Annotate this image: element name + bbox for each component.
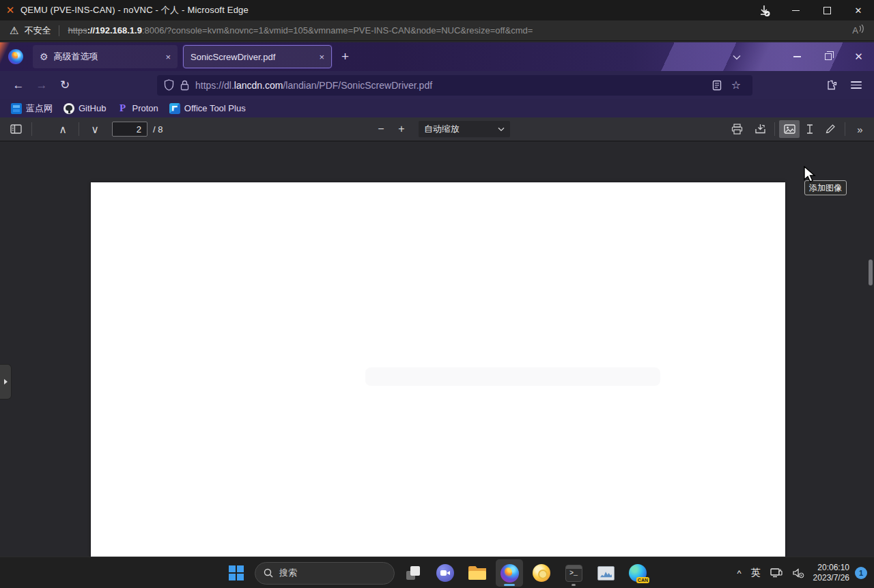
github-icon — [64, 103, 74, 114]
free-text-tool-icon[interactable] — [800, 120, 820, 138]
firefox-tab-bar: ⚙ 高级首选项 × SonicScrewDriver.pdf × + ✕ — [0, 42, 874, 71]
screen: ✕ QEMU (PVE-INS-CAN) - noVNC - 个人 - Micr… — [0, 0, 874, 588]
firefox-taskbar-button[interactable] — [496, 559, 523, 587]
new-tab-button[interactable]: + — [341, 49, 349, 64]
edge-titlebar: ✕ QEMU (PVE-INS-CAN) - noVNC - 个人 - Micr… — [0, 0, 874, 20]
ime-indicator[interactable]: 英 — [746, 567, 765, 579]
forward-button: → — [30, 75, 53, 96]
maximize-button[interactable] — [811, 0, 843, 20]
more-tools-icon[interactable]: » — [849, 120, 870, 138]
zoom-level-select[interactable]: 自动缩放 — [419, 121, 510, 137]
security-label[interactable]: 不安全 — [24, 25, 51, 37]
chevron-down-icon — [498, 127, 505, 132]
url-field[interactable]: https://dl.lancdn.com/landian/PDF/SonicS… — [157, 75, 752, 96]
search-icon — [264, 568, 273, 578]
notification-badge[interactable]: 1 — [855, 567, 867, 579]
edge-canary-icon: CAN — [629, 564, 647, 582]
bookmark-github[interactable]: GitHub — [64, 103, 106, 114]
download-complete-icon[interactable] — [748, 0, 780, 20]
pdf-page[interactable] — [91, 182, 785, 557]
chat-icon — [436, 564, 454, 582]
pdf-toolbar: ∧ ∨ / 8 − + 自动缩放 » — [0, 117, 874, 141]
file-explorer-button[interactable] — [464, 559, 491, 587]
divider — [59, 25, 59, 36]
window-title: QEMU (PVE-INS-CAN) - noVNC - 个人 - Micros… — [20, 4, 249, 16]
windows-taskbar: 搜索 >_ CAN ^ 英 20:06:10 2023/7/26 1 — [0, 557, 874, 588]
firefox-nav-bar: ← → ↻ https://dl.lancdn.com/landian/PDF/… — [0, 71, 874, 99]
draw-pen-tool-icon[interactable] — [820, 120, 841, 138]
print-icon[interactable] — [727, 120, 747, 138]
sidebar-toggle-icon[interactable] — [5, 120, 26, 138]
warning-icon: ⚠ — [10, 25, 18, 37]
bookmark-landian[interactable]: 蓝点网 — [11, 102, 53, 115]
start-button[interactable] — [223, 559, 250, 587]
scrollbar-thumb[interactable] — [869, 260, 873, 285]
tab-sonicscrewdriver-pdf[interactable]: SonicScrewDriver.pdf × — [183, 45, 332, 68]
bookmark-office-tool-plus[interactable]: Office Tool Plus — [169, 103, 246, 114]
search-placeholder: 搜索 — [279, 567, 297, 579]
reload-button[interactable]: ↻ — [53, 75, 76, 96]
tab-close-icon[interactable]: × — [165, 52, 171, 62]
firefox-icon — [501, 564, 519, 583]
tray-time: 20:06:10 — [813, 563, 849, 573]
lock-icon[interactable] — [180, 80, 189, 91]
shield-icon[interactable] — [164, 79, 174, 91]
clock[interactable]: 20:06:10 2023/7/26 — [813, 563, 849, 583]
ff-close-button[interactable]: ✕ — [843, 42, 874, 71]
volume-muted-icon[interactable] — [787, 568, 809, 578]
task-manager-icon — [597, 566, 615, 580]
reader-mode-icon[interactable] — [707, 76, 727, 95]
read-aloud-icon[interactable]: A — [852, 25, 864, 36]
previous-page-button[interactable]: ∧ — [53, 120, 73, 138]
terminal-button[interactable]: >_ — [560, 559, 587, 587]
download-save-icon[interactable] — [750, 120, 770, 138]
page-url[interactable]: https://dl.lancdn.com/landian/PDF/SonicS… — [195, 80, 707, 91]
mouse-cursor — [803, 166, 818, 184]
novnc-control-handle[interactable] — [0, 364, 12, 400]
ff-restore-button[interactable] — [813, 42, 843, 71]
next-page-button[interactable]: ∨ — [85, 120, 105, 138]
chrome-canary-button[interactable] — [528, 559, 555, 587]
proton-icon: P — [117, 103, 128, 114]
pdf-viewport[interactable] — [0, 142, 874, 557]
extensions-puzzle-icon[interactable] — [822, 76, 841, 95]
tab-close-icon[interactable]: × — [319, 52, 324, 62]
tray-date: 2023/7/26 — [813, 573, 849, 583]
minimize-button[interactable] — [780, 0, 811, 20]
add-image-tool-icon[interactable] — [779, 120, 800, 138]
gear-icon: ⚙ — [40, 51, 48, 62]
canary-badge: CAN — [636, 577, 649, 583]
edge-address-bar[interactable]: ⚠ 不安全 https://192.168.1.9:8006/?console=… — [0, 20, 874, 41]
tab-advanced-preferences[interactable]: ⚙ 高级首选项 × — [33, 45, 178, 68]
edge-canary-button[interactable]: CAN — [624, 559, 651, 587]
chrome-canary-icon — [533, 564, 550, 582]
tray-chevron-icon[interactable]: ^ — [733, 568, 746, 578]
page-number-input[interactable] — [112, 122, 147, 137]
chat-button[interactable] — [432, 559, 459, 587]
faded-page-element — [365, 367, 660, 386]
network-icon[interactable] — [765, 568, 787, 578]
bookmark-star-icon[interactable]: ☆ — [727, 76, 746, 95]
menu-hamburger-icon[interactable] — [851, 81, 862, 89]
terminal-icon: >_ — [565, 565, 582, 582]
back-button[interactable]: ← — [7, 75, 30, 96]
novnc-app-icon: ✕ — [0, 4, 20, 16]
vnc-screen: ⚙ 高级首选项 × SonicScrewDriver.pdf × + ✕ ← →… — [0, 41, 874, 588]
zoom-in-button[interactable]: + — [391, 120, 412, 138]
landian-icon — [11, 103, 22, 114]
firefox-logo-icon — [8, 49, 23, 64]
task-manager-button[interactable] — [592, 559, 619, 587]
tab-list-chevron-icon[interactable] — [733, 51, 741, 63]
bookmark-proton[interactable]: PProton — [117, 103, 158, 114]
windows-logo-icon — [229, 565, 244, 580]
bookmarks-bar: 蓝点网 GitHub PProton Office Tool Plus — [0, 99, 874, 117]
ff-minimize-button[interactable] — [782, 42, 813, 71]
taskbar-search-box[interactable]: 搜索 — [255, 562, 395, 585]
zoom-out-button[interactable]: − — [371, 120, 391, 138]
task-view-icon — [406, 566, 420, 580]
task-view-button[interactable] — [399, 559, 427, 587]
host-url[interactable]: https://192.168.1.9:8006/?console=kvm&no… — [68, 25, 533, 36]
file-explorer-icon — [468, 566, 486, 580]
office-tool-plus-icon — [169, 103, 180, 114]
close-button[interactable]: ✕ — [843, 0, 874, 20]
